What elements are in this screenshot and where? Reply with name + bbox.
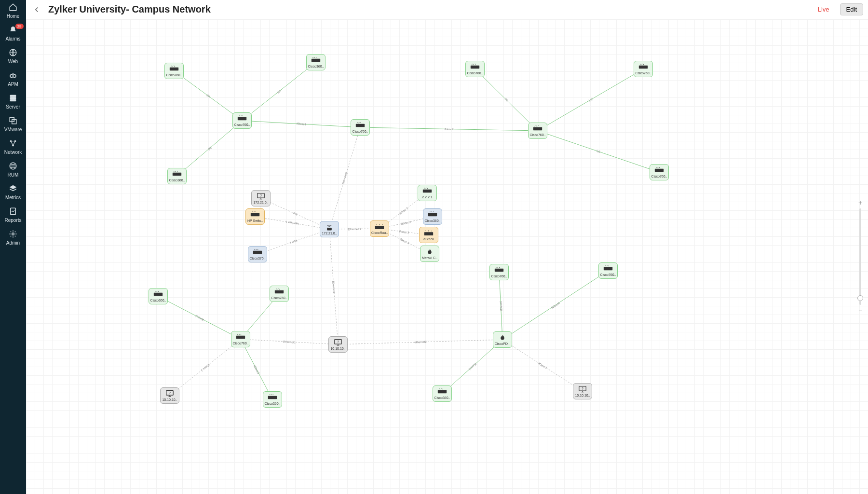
switch-icon <box>437 388 447 395</box>
node-n27[interactable]: Cisco360.. <box>433 385 452 402</box>
zoom-control: + − <box>855 199 865 315</box>
node-n21[interactable]: ?10.10.10.. <box>328 336 348 353</box>
node-n5[interactable]: Cisco760.. <box>351 119 370 136</box>
node-label: 2.2.2.1 <box>422 195 432 199</box>
network-icon <box>8 139 18 148</box>
node-label: 10.10.10.. <box>575 394 590 397</box>
node-n23[interactable]: Cisco760.. <box>489 264 509 280</box>
switch-icon <box>638 63 648 70</box>
svg-rect-5 <box>10 99 16 101</box>
node-n12[interactable]: 172.21.0.. <box>320 221 339 237</box>
node-label: Cisco760.. <box>651 175 667 178</box>
node-label: Cisco760.. <box>352 130 368 133</box>
sidebar-item-rum[interactable]: RUM <box>8 162 19 178</box>
switch-icon <box>237 115 247 122</box>
zoom-out-button[interactable]: − <box>856 307 864 315</box>
binoculars-icon <box>8 71 18 80</box>
node-n16[interactable]: aStack <box>419 227 438 243</box>
node-n2[interactable]: Cisco760.. <box>465 61 485 77</box>
host-icon: ? <box>578 385 587 393</box>
sidebar-label: Server <box>6 104 20 110</box>
node-n24[interactable]: Cisco760.. <box>598 262 618 279</box>
edit-button[interactable]: Edit <box>840 3 863 15</box>
node-n17[interactable]: Meraki C.. <box>420 246 439 262</box>
switch-icon <box>654 166 664 174</box>
node-n8[interactable]: Cisco760.. <box>650 164 669 180</box>
node-n13[interactable]: CiscoRou.. <box>370 220 389 237</box>
switch-icon <box>236 333 245 341</box>
svg-rect-26 <box>253 250 262 254</box>
live-button[interactable]: Live <box>813 4 834 15</box>
node-n11[interactable]: Cisco375.. <box>248 246 267 262</box>
node-n22[interactable]: CiscoPIX.. <box>493 331 512 348</box>
svg-rect-38 <box>604 267 612 270</box>
home-icon <box>8 3 18 12</box>
sidebar-item-admin[interactable]: Admin <box>6 230 20 246</box>
svg-rect-32 <box>154 292 163 296</box>
link-label: Ethernet1 <box>283 340 296 343</box>
main-area: Zylker University- Campus Network Live E… <box>26 0 868 494</box>
node-n19[interactable]: Cisco760.. <box>270 286 289 302</box>
svg-rect-34 <box>236 335 245 339</box>
globe-icon <box>8 48 18 57</box>
sidebar-item-vmware[interactable]: VMware <box>4 116 22 132</box>
svg-rect-30 <box>428 213 437 216</box>
node-label: 10.10.10.. <box>330 347 345 350</box>
node-n4[interactable]: Cisco760.. <box>232 112 252 129</box>
node-n18[interactable]: Cisco360.. <box>149 288 168 304</box>
layers-icon <box>8 184 18 193</box>
node-n15[interactable]: Cisco360.. <box>423 208 442 225</box>
topology-canvas[interactable]: Cisco760..Cisco360..Cisco760..Cisco760..… <box>26 19 868 494</box>
node-n14[interactable]: 2.2.2.1 <box>418 185 437 201</box>
zoom-slider-thumb[interactable] <box>857 295 863 301</box>
sidebar-label: RUM <box>8 172 19 178</box>
sidebar-item-home[interactable]: Home <box>7 3 20 19</box>
sidebar-item-network[interactable]: Network <box>4 139 22 155</box>
sidebar-item-alarms[interactable]: 28Alarms <box>5 26 20 41</box>
svg-rect-18 <box>238 117 246 120</box>
sidebar-item-apm[interactable]: APM <box>8 71 18 87</box>
host-icon: ? <box>165 390 175 397</box>
sidebar-label: APM <box>8 82 18 87</box>
node-n0[interactable]: Cisco760.. <box>164 63 184 79</box>
node-label: Cisco760.. <box>600 273 616 276</box>
node-label: Cisco360.. <box>424 219 440 222</box>
router-icon <box>424 229 434 236</box>
svg-text:?: ? <box>582 386 583 390</box>
svg-rect-4 <box>10 97 16 99</box>
svg-rect-21 <box>173 172 181 176</box>
sidebar-item-metrics[interactable]: Metrics <box>5 184 21 200</box>
sidebar-label: Home <box>7 14 20 19</box>
fire-icon <box>425 248 434 255</box>
node-n28[interactable]: ?10.10.10.. <box>573 383 592 399</box>
grid-background <box>26 19 868 494</box>
sidebar-item-web[interactable]: Web <box>8 48 18 64</box>
sidebar-item-reports[interactable]: Reports <box>4 207 21 223</box>
host-icon: ? <box>333 339 343 346</box>
node-n10[interactable]: HP Switc.. <box>245 208 265 225</box>
node-n26[interactable]: Cisco360.. <box>263 391 282 408</box>
header-bar: Zylker University- Campus Network Live E… <box>26 0 868 19</box>
zoom-slider-track[interactable] <box>859 208 861 305</box>
svg-text:?: ? <box>337 340 339 343</box>
svg-point-2 <box>13 75 16 78</box>
node-n6[interactable]: Cisco760.. <box>528 123 547 139</box>
vm-icon <box>8 116 18 125</box>
back-button[interactable] <box>31 4 42 15</box>
svg-rect-17 <box>639 65 648 69</box>
svg-rect-33 <box>275 290 284 293</box>
node-n9[interactable]: ?172.21.0.. <box>251 190 271 206</box>
sidebar-item-server[interactable]: Server <box>6 94 20 110</box>
wifi-icon <box>325 223 334 231</box>
node-label: CiscoRou.. <box>371 231 388 234</box>
node-n20[interactable]: Cisco760.. <box>231 331 250 347</box>
node-n1[interactable]: Cisco360.. <box>306 54 326 70</box>
node-n3[interactable]: Cisco760.. <box>634 61 653 77</box>
switch-icon <box>603 265 613 272</box>
sidebar-label: Admin <box>6 240 20 246</box>
node-n7[interactable]: Cisco360.. <box>167 168 187 184</box>
node-n25[interactable]: ?10.10.10.. <box>160 387 179 404</box>
zoom-in-button[interactable]: + <box>856 199 864 206</box>
gear-icon <box>8 230 18 238</box>
svg-text:?: ? <box>260 193 262 197</box>
